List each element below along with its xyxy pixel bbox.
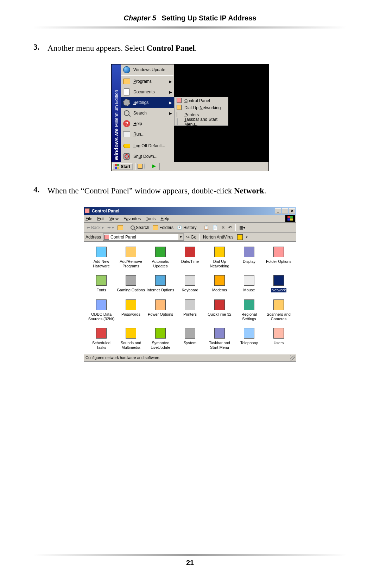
cp-item-icon <box>184 299 196 311</box>
cp-item-add-new-hardware[interactable]: Add New Hardware <box>87 246 116 268</box>
submenu-item-taskbar[interactable]: Taskbar and Start Menu... <box>175 118 228 125</box>
close-button[interactable]: ✕ <box>289 208 295 214</box>
cp-item-folder-options[interactable]: Folder Options <box>264 246 293 268</box>
cp-item-label: Printers <box>183 312 197 317</box>
step-number: 3. <box>33 43 48 54</box>
minimize-button[interactable]: _ <box>275 208 281 214</box>
cp-item-icon <box>154 327 166 339</box>
copy-button[interactable]: 📄 <box>211 224 219 231</box>
cp-item-label: Keyboard <box>182 288 198 292</box>
cp-item-label: Gaming Options <box>117 288 145 292</box>
window-title: Control Panel <box>92 209 119 213</box>
cp-item-automatic-updates[interactable]: Automatic Updates <box>146 246 175 268</box>
startmenu-item-programs[interactable]: Programs ▶ <box>121 76 174 87</box>
menu-help[interactable]: Help <box>160 216 169 221</box>
cp-item-keyboard[interactable]: Keyboard <box>176 274 204 292</box>
startmenu-item-windows-update[interactable]: Windows Update <box>121 64 174 75</box>
cp-item-icon <box>243 299 255 311</box>
undo-button[interactable]: ↶ <box>227 224 233 231</box>
programs-icon <box>123 78 131 85</box>
cp-item-network[interactable]: Network <box>264 274 293 292</box>
window-icon <box>85 208 90 214</box>
cp-item-date-time[interactable]: Date/Time <box>176 246 204 268</box>
resize-grip-icon[interactable] <box>290 355 295 360</box>
cp-item-gaming-options[interactable]: Gaming Options <box>116 274 145 292</box>
header-divider <box>33 26 347 29</box>
cp-item-users[interactable]: Users <box>264 327 293 349</box>
menu-file[interactable]: File <box>86 216 92 221</box>
menu-favorites[interactable]: Favorites <box>124 216 141 221</box>
cp-item-label: Dial-Up Networking <box>205 259 234 268</box>
quicklaunch-icon[interactable] <box>145 164 150 169</box>
cp-item-power-options[interactable]: Power Options <box>146 299 175 321</box>
cp-item-icon <box>125 299 137 311</box>
startmenu-item-run[interactable]: Run... <box>121 129 174 140</box>
history-button[interactable]: 🕘 History <box>176 224 197 231</box>
start-button[interactable]: Start <box>112 163 133 170</box>
search-button[interactable]: Search <box>129 224 150 231</box>
startmenu-item-help[interactable]: ? Help <box>121 118 174 129</box>
maximize-button[interactable]: □ <box>282 208 288 214</box>
cp-item-modems[interactable]: Modems <box>205 274 234 292</box>
cp-item-sounds-and-multimedia[interactable]: Sounds and Multimedia <box>116 327 145 349</box>
startmenu-item-search[interactable]: Search ▶ <box>121 108 174 118</box>
quicklaunch-icon[interactable] <box>138 164 143 169</box>
startmenu-item-shutdown[interactable]: Shut Down... <box>121 151 174 162</box>
up-button[interactable] <box>116 224 124 231</box>
startmenu-sidebar: Windows Me Millennium Edition <box>112 64 121 162</box>
step-number: 4. <box>33 185 48 196</box>
folders-button[interactable]: Folders <box>152 224 175 231</box>
cp-item-icon <box>154 274 166 286</box>
cp-item-passwords[interactable]: Passwords <box>116 299 145 321</box>
cp-item-symantec-liveupdate[interactable]: Symantec LiveUpdate <box>146 327 175 349</box>
cp-item-icon <box>214 327 226 339</box>
address-input[interactable]: Control Panel ▼ <box>103 234 184 241</box>
cp-item-icon <box>125 246 137 258</box>
windows-logo-icon <box>115 164 120 169</box>
back-button[interactable]: ⬅ Back ▾ <box>86 224 105 231</box>
cp-item-taskbar-and-start-menu[interactable]: Taskbar and Start Menu <box>205 327 234 349</box>
cp-item-internet-options[interactable]: Internet Options <box>146 274 175 292</box>
cp-item-icon <box>273 327 285 339</box>
move-button[interactable]: 📋 <box>203 224 210 231</box>
taskbar-divider <box>135 163 135 170</box>
cp-item-label: Automatic Updates <box>146 259 175 268</box>
cp-item-scanners-and-cameras[interactable]: Scanners and Cameras <box>264 299 293 321</box>
cp-item-display[interactable]: Display <box>235 246 264 268</box>
menu-edit[interactable]: Edit <box>97 216 104 221</box>
submenu-item-dialup[interactable]: Dial-Up Networking <box>175 104 228 111</box>
cp-item-add-remove-programs[interactable]: Add/Remove Programs <box>116 246 145 268</box>
cp-item-scheduled-tasks[interactable]: Scheduled Tasks <box>87 327 116 349</box>
cp-item-printers[interactable]: Printers <box>176 299 204 321</box>
cp-item-mouse[interactable]: Mouse <box>235 274 264 292</box>
cp-item-regional-settings[interactable]: Regional Settings <box>235 299 264 321</box>
cp-item-fonts[interactable]: Fonts <box>87 274 116 292</box>
search-icon <box>123 109 131 117</box>
menu-tools[interactable]: Tools <box>146 216 156 221</box>
cp-item-odbc-data-sources-32bit-[interactable]: ODBC Data Sources (32bit) <box>87 299 116 321</box>
menu-view[interactable]: View <box>109 216 119 221</box>
windows-update-icon <box>123 66 131 74</box>
go-button[interactable]: ↪ Go <box>186 235 196 240</box>
address-dropdown-icon[interactable]: ▼ <box>178 234 184 240</box>
svg-rect-8 <box>290 218 293 221</box>
startmenu-item-logoff[interactable]: Log Off Default... <box>121 141 174 151</box>
cp-item-icon <box>243 274 255 286</box>
cp-item-dial-up-networking[interactable]: Dial-Up Networking <box>205 246 234 268</box>
cp-item-icon <box>184 274 196 286</box>
startmenu-item-settings[interactable]: Settings ▶ <box>121 97 174 108</box>
startmenu-item-documents[interactable]: Documents ▶ <box>121 87 174 97</box>
printers-icon <box>177 112 182 118</box>
delete-button[interactable]: ✕ <box>220 224 226 231</box>
submenu-item-control-panel[interactable]: Control Panel <box>175 97 228 104</box>
forward-button[interactable]: ➡ ▾ <box>106 224 115 231</box>
cp-item-label: QuickTime 32 <box>208 312 231 317</box>
views-button[interactable]: ▦▾ <box>238 224 246 231</box>
cp-item-quicktime-32[interactable]: QuickTime 32 <box>205 299 234 321</box>
cp-item-label: Display <box>243 259 255 264</box>
window-titlebar: Control Panel _ □ ✕ <box>84 207 296 215</box>
quicklaunch-icon[interactable] <box>152 164 157 169</box>
cp-item-telephony[interactable]: Telephony <box>235 327 264 349</box>
cp-item-system[interactable]: System <box>176 327 204 349</box>
cp-item-icon <box>273 299 285 311</box>
